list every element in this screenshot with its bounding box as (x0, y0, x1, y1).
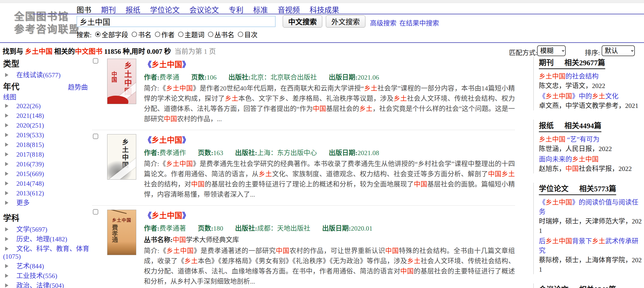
panel-entry-byline: 蔡际榜，硕士，上海体育学院，2021 (539, 255, 643, 274)
cover-art (109, 210, 127, 214)
panel-count: 相关4494篇 (564, 122, 601, 130)
scope-option-all-fields[interactable]: 全部字段 (95, 30, 128, 39)
radio-toc[interactable] (238, 32, 243, 37)
book-title-link[interactable]: 《乡土中国》 (144, 209, 190, 220)
sort-select[interactable]: 默认 (602, 45, 635, 56)
cover-deco-text: 費孝通 (110, 224, 119, 243)
expand-icon[interactable] (5, 143, 8, 147)
facet-link-year[interactable]: 2022(26) (16, 102, 41, 110)
search-input[interactable] (77, 16, 276, 27)
scope-option-label: 全部字段 (102, 30, 128, 39)
search-within-results-link[interactable]: 在结果中搜索 (399, 18, 439, 27)
expand-icon[interactable] (5, 104, 8, 108)
facet-link-online-reading[interactable]: 在线试读(6577) (16, 71, 60, 79)
advanced-search-link[interactable]: 高级搜索 (370, 18, 397, 27)
facet-sidebar: 类型 在线试读(6577) 年代趋势曲线图 2022(26) 2021(148)… (3, 54, 91, 288)
panel-entry-link[interactable]: 后乡土中国背景下乡土武术传承研究 (539, 236, 643, 255)
radio-all-fields[interactable] (95, 32, 101, 37)
expand-icon[interactable] (5, 247, 8, 251)
facet-link-year[interactable]: 2020(251) (16, 122, 44, 129)
nav-tab-audio-video[interactable]: 音视频 (278, 4, 300, 15)
facet-link-year[interactable]: 2018(815) (16, 141, 44, 148)
panel-header-journals[interactable]: 期刊相关29677篇 (539, 57, 605, 69)
expand-icon[interactable] (5, 191, 8, 195)
scope-label: 搜索: (77, 30, 92, 39)
expand-icon[interactable] (5, 227, 8, 231)
facet-link-year[interactable]: 2013(612) (16, 190, 44, 197)
facet-link-year[interactable]: 2015(669) (16, 170, 44, 178)
panel-entry-link[interactable]: 《乡土中国》的阅读价值与阅读任务 (539, 198, 643, 217)
facet-link-subject[interactable]: 历史、地理(1482) (16, 235, 67, 243)
expand-icon[interactable] (5, 274, 8, 278)
book-cover-image[interactable]: 乡土中国 (107, 134, 136, 180)
expand-icon[interactable] (5, 73, 8, 77)
scope-option-toc[interactable]: 目次 (238, 30, 257, 39)
expand-icon[interactable] (5, 237, 8, 241)
expand-icon[interactable] (5, 114, 8, 118)
result-checkbox[interactable] (93, 134, 98, 139)
expand-icon[interactable] (5, 201, 8, 205)
nav-tab-theses[interactable]: 学位论文 (150, 4, 180, 15)
book-cover-image[interactable]: 乡土中国 費孝通 (107, 210, 136, 255)
nav-tab-books[interactable]: 图书 (77, 4, 91, 15)
facet-item: 2017(818) (3, 150, 91, 159)
facet-item: 2020(251) (3, 121, 91, 130)
facet-link-subject[interactable]: 工业技术(556) (16, 272, 57, 280)
panel-title: 报纸 (539, 122, 554, 130)
facet-list-year: 2022(26) 2021(148) 2020(251) 2019(533) 2… (3, 101, 91, 208)
panel-entry-link[interactable]: 乡土中国的社会结构 (539, 72, 643, 81)
radio-author[interactable] (155, 32, 160, 37)
facet-link-subject[interactable]: 文化、科学、教育、体育(1075) (3, 245, 89, 260)
scope-option-title[interactable]: 书名 (132, 30, 151, 39)
expand-icon[interactable] (5, 264, 8, 268)
nav-tab-sci-achievements[interactable]: 科技成果 (309, 4, 339, 15)
radio-subject[interactable] (178, 32, 183, 37)
expand-icon[interactable] (5, 152, 8, 156)
panel-header-theses[interactable]: 学位论文相关5773篇 (539, 183, 616, 195)
cover-art (107, 242, 136, 255)
expand-icon[interactable] (5, 181, 8, 185)
match-mode-select[interactable]: 模糊 (537, 45, 566, 56)
date-value: 2021.08 (357, 149, 379, 157)
book-title-link[interactable]: 《乡土中国》 (144, 58, 190, 69)
facet-link-year[interactable]: 2021(148) (16, 112, 44, 119)
expand-icon[interactable] (5, 283, 8, 287)
panel-entry-link[interactable]: 面向未来的乡土中国 (539, 155, 643, 164)
nav-tab-journals[interactable]: 期刊 (101, 4, 116, 15)
expand-icon[interactable] (5, 123, 8, 127)
result-checkbox[interactable] (93, 58, 98, 64)
nav-tab-newspapers[interactable]: 报纸 (126, 4, 140, 15)
chinese-search-button[interactable]: 中文搜索 (283, 15, 322, 28)
facet-link-year[interactable]: 2017(818) (16, 151, 44, 158)
scope-option-series[interactable]: 丛书名 (208, 30, 234, 39)
book-title-link[interactable]: 《乡土中国》 (144, 134, 190, 145)
expand-icon[interactable] (5, 162, 8, 166)
facet-link-year-more[interactable]: 更多 (16, 199, 30, 207)
date-label: 出版日期: (329, 149, 358, 157)
facet-link-year[interactable]: 2019(533) (16, 131, 44, 139)
radio-series[interactable] (208, 32, 213, 37)
panel-header-newspapers[interactable]: 报纸相关4494篇 (539, 120, 601, 132)
facet-link-year[interactable]: 2014(748) (16, 180, 44, 187)
facet-link-subject[interactable]: 文学(5697) (16, 226, 47, 233)
scope-option-author[interactable]: 作者 (155, 30, 175, 39)
expand-icon[interactable] (5, 172, 8, 176)
panel-entry-link[interactable]: 《乡土中国》中的乡土文化 (539, 92, 643, 101)
result-checkbox[interactable] (93, 209, 98, 215)
nav-tab-conference-papers[interactable]: 会议论文 (189, 4, 219, 15)
radio-title[interactable] (132, 32, 137, 37)
scope-option-subject[interactable]: 主题词 (178, 30, 204, 39)
cover-deco-text: 中国 (109, 71, 118, 82)
panel-entry-link[interactable]: 乡土中国 “艺”有可为 (539, 135, 643, 144)
book-cover-image[interactable]: 乡土中国 中国 (107, 59, 136, 104)
book-series: 丛书名称:中国学术大师经典文库 (144, 234, 515, 244)
facet-link-subject[interactable]: 艺术(844) (16, 262, 44, 270)
panel-header-conference[interactable]: 会议论文相关1841篇 (539, 283, 616, 288)
expand-icon[interactable] (5, 133, 8, 137)
facet-link-subject[interactable]: 政治、法律(504) (16, 282, 64, 288)
facet-item: 2016(739) (3, 159, 91, 169)
foreign-search-button[interactable]: 外文搜索 (326, 15, 365, 28)
nav-tab-patents[interactable]: 专利 (229, 4, 243, 15)
facet-link-year[interactable]: 2016(739) (16, 160, 44, 168)
nav-tab-standards[interactable]: 标准 (253, 4, 268, 15)
